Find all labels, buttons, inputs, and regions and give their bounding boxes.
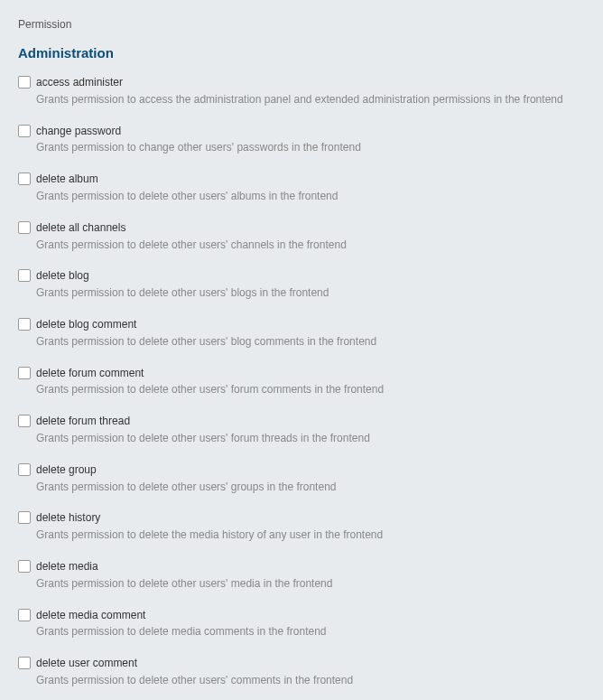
- permission-item: delete all channelsGrants permission to …: [18, 220, 585, 253]
- permission-item: delete blogGrants permission to delete o…: [18, 268, 585, 301]
- permission-description: Grants permission to delete other users'…: [36, 480, 336, 495]
- permission-description: Grants permission to delete other users'…: [36, 431, 370, 446]
- permission-name: delete album: [36, 172, 338, 187]
- column-header-permission: Permission: [18, 18, 585, 31]
- permission-item: delete mediaGrants permission to delete …: [18, 559, 585, 592]
- permission-item: delete groupGrants permission to delete …: [18, 462, 585, 495]
- permission-checkbox[interactable]: [18, 173, 31, 185]
- permission-item: delete albumGrants permission to delete …: [18, 172, 585, 204]
- permission-description: Grants permission to delete other users'…: [36, 334, 376, 350]
- permission-description: Grants permission to delete other users'…: [36, 285, 329, 301]
- permission-checkbox[interactable]: [18, 657, 31, 669]
- permission-name: delete forum thread: [36, 414, 370, 429]
- permission-description: Grants permission to delete other users'…: [36, 576, 332, 592]
- permission-checkbox[interactable]: [18, 221, 31, 234]
- permission-name: change password: [36, 124, 361, 139]
- permission-text: access administerGrants permission to ac…: [36, 75, 563, 107]
- permission-name: delete media: [36, 559, 332, 574]
- permission-list: access administerGrants permission to ac…: [18, 75, 585, 700]
- permission-description: Grants permission to change other users'…: [36, 140, 361, 155]
- permission-checkbox[interactable]: [18, 125, 31, 137]
- permission-name: delete all channels: [36, 220, 347, 236]
- permission-name: access administer: [36, 75, 563, 90]
- permission-checkbox[interactable]: [18, 367, 31, 379]
- permission-name: delete blog comment: [36, 317, 376, 332]
- permission-name: delete forum comment: [36, 366, 384, 381]
- permission-item: delete historyGrants permission to delet…: [18, 510, 585, 543]
- permission-checkbox[interactable]: [18, 511, 31, 524]
- permission-item: delete forum commentGrants permission to…: [18, 366, 585, 398]
- permission-name: delete group: [36, 462, 336, 478]
- permission-text: delete all channelsGrants permission to …: [36, 220, 347, 253]
- permission-checkbox[interactable]: [18, 269, 31, 282]
- permission-text: delete media commentGrants permission to…: [36, 608, 327, 640]
- permission-text: delete forum threadGrants permission to …: [36, 414, 370, 446]
- permission-checkbox[interactable]: [18, 318, 31, 331]
- permission-text: delete mediaGrants permission to delete …: [36, 559, 332, 592]
- permission-description: Grants permission to access the administ…: [36, 92, 563, 107]
- section-title-administration: Administration: [18, 45, 585, 61]
- permission-name: delete media comment: [36, 608, 327, 623]
- permission-name: delete user comment: [36, 656, 353, 671]
- permission-item: delete user commentGrants permission to …: [18, 656, 585, 688]
- permission-description: Grants permission to delete media commen…: [36, 624, 327, 639]
- permission-item: delete forum threadGrants permission to …: [18, 414, 585, 446]
- permission-checkbox[interactable]: [18, 560, 31, 573]
- permission-name: delete blog: [36, 268, 329, 284]
- permission-description: Grants permission to delete the media hi…: [36, 527, 383, 543]
- permission-description: Grants permission to delete other users'…: [36, 382, 384, 397]
- permission-checkbox[interactable]: [18, 609, 31, 621]
- permission-item: change passwordGrants permission to chan…: [18, 124, 585, 156]
- permission-text: change passwordGrants permission to chan…: [36, 124, 361, 156]
- permission-text: delete forum commentGrants permission to…: [36, 366, 384, 398]
- permission-checkbox[interactable]: [18, 76, 31, 89]
- permission-text: delete blog commentGrants permission to …: [36, 317, 376, 350]
- permission-item: access administerGrants permission to ac…: [18, 75, 585, 107]
- permission-text: delete historyGrants permission to delet…: [36, 510, 383, 543]
- permission-description: Grants permission to delete other users'…: [36, 189, 338, 204]
- permission-description: Grants permission to delete other users'…: [36, 673, 353, 688]
- permission-item: delete blog commentGrants permission to …: [18, 317, 585, 350]
- permission-name: delete history: [36, 510, 383, 526]
- permission-checkbox[interactable]: [18, 463, 31, 476]
- permission-text: delete groupGrants permission to delete …: [36, 462, 336, 495]
- permission-item: delete media commentGrants permission to…: [18, 608, 585, 640]
- permission-text: delete user commentGrants permission to …: [36, 656, 353, 688]
- permission-text: delete albumGrants permission to delete …: [36, 172, 338, 204]
- permission-checkbox[interactable]: [18, 415, 31, 427]
- permission-text: delete blogGrants permission to delete o…: [36, 268, 329, 301]
- permission-description: Grants permission to delete other users'…: [36, 238, 347, 253]
